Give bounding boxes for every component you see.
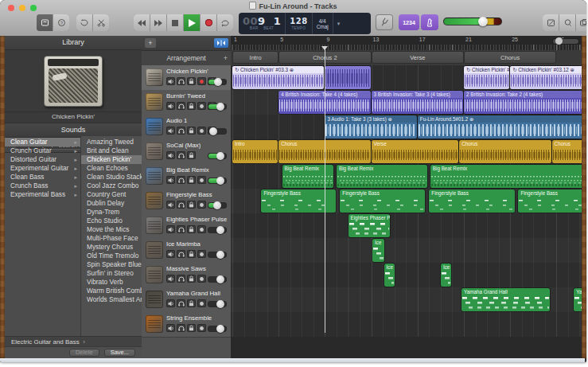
arrangement-section-0[interactable]: Intro bbox=[233, 52, 278, 63]
volume-knob[interactable] bbox=[478, 17, 488, 26]
minimize-window-button[interactable] bbox=[19, 5, 25, 11]
add-arrangement-marker-button[interactable]: + bbox=[224, 54, 228, 62]
solo-track-button[interactable] bbox=[177, 250, 185, 258]
sidebar-patch-11[interactable]: Multi-Phase Face bbox=[81, 234, 142, 243]
lock-track-button[interactable] bbox=[187, 225, 196, 233]
forward-button[interactable] bbox=[150, 14, 167, 31]
track-volume-slider[interactable] bbox=[208, 301, 227, 307]
region-16[interactable]: Big Beat Remix bbox=[430, 165, 582, 188]
sidebar-patch-5[interactable]: Cool Jazz Combo bbox=[81, 182, 142, 190]
sidebar-category-1[interactable]: Crunch Guitar▸ bbox=[5, 146, 80, 155]
sidebar-patch-17[interactable]: Warm British Combo bbox=[81, 287, 142, 295]
track-volume-slider[interactable] bbox=[208, 202, 227, 209]
region-24[interactable]: Ice bbox=[441, 264, 452, 287]
track-lane-6[interactable] bbox=[231, 213, 582, 239]
track-header-0[interactable]: Chicken Pickin' bbox=[142, 65, 231, 91]
mute-track-button[interactable] bbox=[166, 201, 175, 209]
zoom-window-button[interactable] bbox=[30, 5, 37, 11]
solo-track-button[interactable] bbox=[177, 151, 185, 159]
solo-track-button[interactable] bbox=[177, 77, 185, 85]
sidebar-category-4[interactable]: Clean Bass▸ bbox=[5, 173, 80, 182]
playhead-marker[interactable] bbox=[321, 46, 328, 50]
sidebar-category-2[interactable]: Distorted Guitar▸ bbox=[5, 155, 80, 164]
track-header-3[interactable]: SoCal (Max) bbox=[142, 139, 231, 165]
sidebar-patch-9[interactable]: Echo Studio bbox=[81, 217, 142, 225]
sidebar-patch-13[interactable]: Old Time Tremolo bbox=[81, 252, 142, 260]
sidebar-patch-10[interactable]: Move the Mics bbox=[81, 225, 142, 234]
region-21[interactable]: Eighties Phaser Pul bbox=[349, 214, 391, 237]
mute-track-button[interactable] bbox=[166, 250, 175, 258]
volume-knob[interactable] bbox=[216, 300, 224, 308]
rewind-button[interactable] bbox=[134, 14, 150, 31]
sidebar-category-6[interactable]: Experimental Bass▸ bbox=[5, 190, 80, 199]
volume-knob[interactable] bbox=[216, 103, 224, 111]
volume-knob[interactable] bbox=[214, 78, 222, 86]
sidebar-patch-16[interactable]: Vibrato Verb bbox=[81, 278, 142, 287]
solo-track-button[interactable] bbox=[177, 225, 185, 233]
sidebar-patch-4[interactable]: Clean Studio Stack bbox=[81, 173, 142, 182]
region-13[interactable]: Chorus bbox=[552, 140, 582, 163]
mute-track-button[interactable] bbox=[166, 151, 175, 159]
lock-track-button[interactable] bbox=[187, 127, 196, 135]
split-button[interactable] bbox=[93, 14, 109, 31]
record-track-button[interactable] bbox=[197, 250, 206, 258]
lock-track-button[interactable] bbox=[187, 250, 196, 258]
volume-knob[interactable] bbox=[216, 275, 224, 283]
region-26[interactable]: Yam bbox=[574, 288, 582, 311]
track-volume-slider[interactable] bbox=[208, 128, 227, 135]
volume-knob[interactable] bbox=[216, 226, 224, 234]
volume-knob[interactable] bbox=[216, 251, 224, 259]
catch-playhead-button[interactable] bbox=[214, 38, 228, 48]
track-volume-slider[interactable] bbox=[208, 178, 227, 184]
region-22[interactable]: Ice bbox=[372, 239, 384, 262]
volume-knob[interactable] bbox=[216, 152, 224, 160]
add-track-button[interactable]: + bbox=[145, 38, 156, 48]
lcd-display[interactable]: 009 1 BAR BEAT 128 TEMPO 4/4 Cmaj ▾ bbox=[239, 13, 371, 34]
delete-button[interactable]: Delete bbox=[69, 349, 99, 357]
lock-track-button[interactable] bbox=[187, 176, 196, 184]
horizontal-zoom-slider[interactable] bbox=[553, 39, 578, 44]
track-volume-slider[interactable] bbox=[208, 276, 227, 283]
close-window-button[interactable] bbox=[8, 5, 14, 11]
arrangement-section-3[interactable]: Chorus bbox=[465, 52, 555, 63]
loop-browser-button[interactable] bbox=[559, 14, 576, 31]
region-18[interactable]: Fingerstyle Bass bbox=[340, 189, 425, 213]
notepad-button[interactable] bbox=[543, 14, 559, 31]
region-7[interactable]: 3 Audio 1: Take 3 (3 takes) ⊕ bbox=[325, 115, 416, 139]
sidebar-category-0[interactable]: Clean Guitar▸ bbox=[5, 138, 80, 146]
track-header-9[interactable]: Yamaha Grand Hall bbox=[142, 287, 231, 313]
sidebar-patch-8[interactable]: Dyna-Trem bbox=[81, 208, 142, 217]
region-11[interactable]: Verse bbox=[372, 140, 459, 163]
track-lane-7[interactable] bbox=[231, 238, 582, 264]
mute-track-button[interactable] bbox=[166, 102, 175, 110]
timeline-ruler[interactable]: 1591317212529 bbox=[231, 36, 582, 51]
play-button[interactable] bbox=[184, 14, 201, 31]
track-volume-slider[interactable] bbox=[208, 103, 227, 110]
sidebar-patch-6[interactable]: Country Gent bbox=[81, 190, 142, 199]
region-19[interactable]: Fingerstyle Bass bbox=[429, 189, 515, 213]
record-track-button[interactable] bbox=[197, 275, 206, 283]
sidebar-patch-12[interactable]: Mystery Chorus bbox=[81, 243, 142, 252]
zoom-knob[interactable] bbox=[555, 37, 563, 45]
metronome-button[interactable] bbox=[421, 14, 438, 30]
mute-track-button[interactable] bbox=[166, 127, 175, 135]
sidebar-patch-2[interactable]: Chicken Pickin' bbox=[81, 155, 142, 164]
arrangement-track-header[interactable]: Arrangement + bbox=[142, 51, 231, 66]
track-header-10[interactable]: String Ensemble bbox=[142, 312, 231, 338]
track-header-6[interactable]: Eighties Phaser Pulse bbox=[142, 213, 231, 239]
quick-help-button[interactable]: ? bbox=[53, 14, 69, 31]
track-volume-slider[interactable] bbox=[208, 153, 227, 159]
volume-knob[interactable] bbox=[209, 127, 217, 135]
region-9[interactable]: Intro bbox=[232, 140, 278, 163]
lock-track-button[interactable] bbox=[187, 102, 196, 110]
track-lane-8[interactable] bbox=[231, 263, 582, 288]
track-lane-10[interactable] bbox=[231, 312, 582, 338]
volume-knob[interactable] bbox=[216, 325, 224, 333]
cycle-section-button[interactable] bbox=[76, 14, 93, 31]
record-track-button[interactable] bbox=[197, 201, 206, 209]
region-6[interactable]: 2 British Invasion: Take 2 (4 takes) bbox=[464, 91, 582, 114]
track-header-4[interactable]: Big Beat Remix bbox=[142, 164, 231, 189]
region-25[interactable]: Yamaha Grand Hall bbox=[461, 288, 550, 311]
breadcrumb[interactable]: Electric Guitar and Bass › bbox=[5, 336, 142, 347]
mute-track-button[interactable] bbox=[166, 225, 175, 233]
